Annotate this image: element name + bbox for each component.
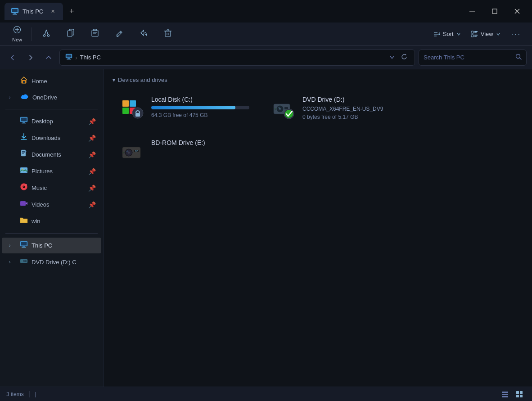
sidebar-item-dvd[interactable]: › DVD Drive (D:) C [2, 254, 101, 270]
downloads-icon [20, 133, 28, 143]
dvd-expand-arrow: › [9, 260, 16, 265]
more-icon: ··· [511, 30, 521, 38]
sort-button[interactable]: Sort [428, 26, 465, 42]
sidebar-thispc-label: This PC [32, 242, 96, 249]
sidebar-downloads-label: Downloads [32, 135, 85, 141]
thispc-expand-arrow: › [9, 243, 16, 248]
share-icon [140, 29, 148, 39]
sidebar-desktop-label: Desktop [32, 118, 85, 125]
share-button[interactable] [132, 24, 155, 44]
sidebar-item-videos[interactable]: Videos 📌 [2, 197, 101, 212]
address-bar-dropdown-button[interactable] [388, 53, 397, 62]
paste-button[interactable] [83, 24, 107, 44]
svg-rect-34 [471, 31, 473, 33]
rename-button[interactable] [108, 24, 131, 44]
address-bar[interactable]: › This PC [59, 50, 415, 66]
svg-rect-70 [25, 261, 27, 262]
sidebar-divider-1 [5, 109, 98, 109]
view-chevron-icon [496, 32, 500, 36]
up-button[interactable] [41, 50, 56, 65]
more-options-button[interactable]: ··· [506, 24, 527, 44]
svg-rect-65 [23, 246, 25, 247]
svg-rect-43 [67, 59, 71, 59]
sidebar-item-downloads[interactable]: Downloads 📌 [2, 130, 101, 146]
sidebar-item-pictures[interactable]: Pictures 📌 [2, 163, 101, 179]
grid-view-button[interactable] [513, 389, 526, 399]
sidebar: Home › OneDrive Desktop [0, 69, 104, 387]
cut-button[interactable] [35, 24, 58, 44]
local-disk-icon-area [120, 96, 145, 121]
svg-point-86 [275, 108, 276, 109]
section-title: Devices and drives [118, 77, 167, 83]
sidebar-divider-2 [5, 233, 98, 234]
drive-local-c[interactable]: Local Disk (C:) 64.3 GB free of 475 GB [113, 90, 257, 126]
sidebar-videos-label: Videos [32, 201, 85, 208]
win-folder-icon [20, 216, 28, 226]
new-tab-button[interactable]: + [65, 5, 78, 18]
svg-point-82 [280, 108, 280, 109]
search-input[interactable] [424, 54, 512, 61]
view-icon [471, 31, 478, 38]
view-label: View [481, 31, 493, 37]
drive-bd-e[interactable]: BD BD-ROM Drive (E:) [113, 134, 257, 170]
dvd-drive-space: 0 bytes free of 5.17 GB [302, 114, 401, 120]
sidebar-item-music[interactable]: Music 📌 [2, 180, 101, 196]
sidebar-win-label: win [32, 218, 96, 225]
thispc-icon [20, 240, 28, 251]
svg-line-21 [120, 32, 121, 33]
svg-rect-99 [502, 394, 508, 395]
cursor-indicator: | [35, 391, 36, 397]
svg-rect-37 [471, 35, 473, 37]
bd-drive-info: BD-ROM Drive (E:) [151, 139, 249, 149]
sidebar-item-thispc[interactable]: › This PC [2, 238, 101, 253]
dvd-drive-icon [272, 97, 295, 120]
svg-rect-50 [22, 123, 26, 123]
sidebar-item-desktop[interactable]: Desktop 📌 [2, 113, 101, 129]
address-bar-pc-icon [65, 53, 72, 62]
svg-rect-104 [520, 395, 523, 397]
svg-rect-46 [23, 81, 25, 83]
svg-rect-64 [21, 242, 27, 246]
cut-icon [42, 29, 50, 39]
minimize-button[interactable] [462, 4, 482, 18]
status-left: 3 items | [6, 391, 36, 397]
delete-button[interactable] [156, 24, 180, 44]
status-bar: 3 items | [0, 387, 532, 401]
tab-icon [11, 7, 19, 15]
dvd-drive-icon-area [271, 96, 296, 121]
search-icon[interactable] [515, 54, 522, 61]
tab-this-pc[interactable]: This PC ✕ [5, 3, 63, 20]
svg-rect-18 [92, 30, 98, 36]
search-bar[interactable] [419, 50, 527, 66]
list-view-button[interactable] [499, 389, 511, 399]
sidebar-item-win[interactable]: win [2, 213, 101, 229]
tab-close-button[interactable]: ✕ [49, 7, 57, 15]
svg-line-12 [46, 30, 48, 35]
content-area: ▾ Devices and drives [104, 69, 532, 387]
pictures-icon [20, 166, 28, 176]
title-bar: This PC ✕ + [0, 0, 532, 23]
devices-section-header[interactable]: ▾ Devices and drives [113, 77, 523, 83]
sidebar-item-documents[interactable]: Documents 📌 [2, 147, 101, 162]
back-button[interactable] [5, 50, 20, 65]
close-button[interactable] [507, 4, 527, 18]
rename-icon [115, 29, 123, 39]
status-right [499, 389, 526, 399]
bd-drive-name: BD-ROM Drive (E:) [151, 139, 249, 146]
address-bar-refresh-button[interactable] [399, 53, 409, 62]
drive-dvd-d[interactable]: DVD Drive (D:) CCCOMA_X64FRE_EN-US_DV9 0… [264, 90, 408, 126]
documents-pin-icon: 📌 [88, 151, 96, 158]
new-button[interactable]: New [5, 24, 29, 44]
maximize-button[interactable] [484, 4, 505, 18]
svg-rect-103 [516, 395, 519, 397]
svg-line-45 [520, 58, 522, 60]
copy-button[interactable] [59, 24, 82, 44]
sidebar-item-home[interactable]: Home [2, 73, 101, 89]
sidebar-documents-label: Documents [32, 151, 85, 158]
view-button[interactable]: View [466, 26, 505, 42]
sidebar-item-onedrive[interactable]: › OneDrive [2, 90, 101, 105]
svg-rect-73 [122, 100, 129, 107]
sort-chevron-icon [456, 32, 461, 36]
svg-rect-2 [14, 13, 16, 14]
forward-button[interactable] [23, 50, 38, 65]
